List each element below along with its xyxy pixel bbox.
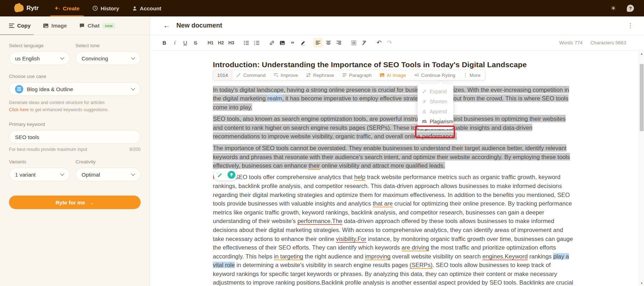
- sidebar: Copy Image Chat new Select language Sele…: [0, 16, 150, 286]
- select-all-button[interactable]: [349, 38, 358, 48]
- clear-format-button[interactable]: [359, 38, 369, 48]
- tone-select[interactable]: Convincing: [75, 51, 141, 65]
- creativity-value: Optimal: [82, 172, 132, 178]
- nav-label: Account: [140, 5, 161, 11]
- menu-item-shorten[interactable]: Shorten: [418, 97, 453, 107]
- use-case-hint: Generate ideas and content structure for…: [9, 99, 141, 106]
- italic-button[interactable]: i: [170, 38, 180, 48]
- document-editor[interactable]: Introduction: Understanding the Importan…: [150, 51, 644, 286]
- new-badge: new: [102, 23, 115, 29]
- page-title: New document: [176, 22, 222, 29]
- chevron-down-icon: [131, 86, 135, 90]
- variants-select[interactable]: 1 variant: [9, 168, 70, 181]
- align-right-button[interactable]: [334, 38, 343, 48]
- creativity-select[interactable]: Optimal: [75, 168, 141, 181]
- menu-item-expand[interactable]: Expand: [418, 87, 453, 97]
- click-here-link[interactable]: Click here: [9, 107, 29, 112]
- menu-label: Shorten: [430, 99, 447, 104]
- nav-label: Create: [63, 5, 79, 11]
- word-count: Words 774 Characters 5663: [559, 40, 635, 45]
- rephrase-button[interactable]: Rephrase: [302, 70, 338, 80]
- command-button[interactable]: Command: [232, 70, 269, 80]
- ctx-label: Rephrase: [313, 73, 334, 78]
- document-paragraph[interactable]: The importance of SEO tools cannot be ov…: [213, 144, 574, 170]
- strikethrough-button[interactable]: S: [191, 38, 200, 48]
- tab-label: Copy: [17, 23, 31, 29]
- bold-button[interactable]: B: [160, 38, 169, 48]
- undo-button[interactable]: ↶: [374, 38, 384, 48]
- tab-image[interactable]: Image: [43, 16, 67, 35]
- paragraph-text: in determining a website's visibility in…: [235, 262, 409, 268]
- menu-label: Plagiarism: [430, 119, 453, 124]
- document-paragraph[interactable]: SEO tools, also known as search engine o…: [213, 114, 574, 141]
- brand[interactable]: Rytr: [0, 0, 48, 16]
- tab-chat[interactable]: Chat new: [79, 16, 115, 35]
- h1-button[interactable]: H1: [206, 38, 215, 48]
- ctx-label: AI Image: [387, 73, 406, 78]
- primary-keyword-input[interactable]: [15, 134, 135, 140]
- tab-label: Image: [52, 23, 67, 29]
- nav-item-account[interactable]: Account: [126, 0, 168, 16]
- align-center-button[interactable]: [323, 38, 333, 48]
- ordered-list-button[interactable]: 123: [252, 38, 262, 48]
- blockquote-button[interactable]: ”: [288, 38, 297, 48]
- bullet-list-button[interactable]: [241, 38, 251, 48]
- theme-toggle-icon[interactable]: ☀: [611, 5, 616, 12]
- h2-button[interactable]: H2: [216, 38, 226, 48]
- chevron-down-icon: [131, 172, 135, 176]
- improve-button[interactable]: Improve: [269, 70, 302, 80]
- highlight-pen-button[interactable]: [298, 38, 308, 48]
- document-paragraph[interactable]: In today's digital landscape, having a s…: [213, 85, 574, 112]
- kebab-menu-icon[interactable]: ⋮: [627, 22, 633, 29]
- back-button[interactable]: ←: [163, 21, 170, 30]
- nav-item-history[interactable]: History: [86, 0, 126, 16]
- vertical-scrollbar[interactable]: ▲ ▼: [639, 51, 644, 286]
- scrollbar-thumb[interactable]: [640, 64, 644, 131]
- tone-label: Select tone: [75, 43, 141, 48]
- context-toolbar: 1014 Command Improve Rephrase: [213, 70, 485, 80]
- scroll-down-arrow[interactable]: ▼: [639, 280, 644, 286]
- ai-image-button[interactable]: AI Image: [376, 70, 410, 80]
- align-left-button[interactable]: [313, 38, 323, 48]
- idea-bulb-button[interactable]: [225, 169, 237, 181]
- h3-button[interactable]: H3: [226, 38, 236, 48]
- more-button[interactable]: ⋮ More: [459, 72, 485, 78]
- tab-copy[interactable]: Copy: [9, 16, 31, 35]
- paragraph-text: rankings: [528, 253, 553, 260]
- document-paragraph[interactable]: Further, SEO tools offer comprehensive a…: [213, 173, 574, 286]
- scroll-up-arrow[interactable]: ▲: [639, 51, 644, 56]
- rytr-logo-icon: [14, 4, 24, 12]
- tone-value: Convincing: [82, 55, 132, 61]
- words-label: Words: [559, 40, 573, 45]
- use-case-select[interactable]: Blog Idea & Outline: [9, 82, 141, 96]
- chevron-down-icon: [60, 55, 64, 59]
- magic-pencil-button[interactable]: [214, 169, 225, 181]
- ctx-label: More: [469, 73, 480, 78]
- menu-item-plagiarism[interactable]: Plagiarism: [418, 117, 453, 127]
- nav-label: History: [101, 5, 119, 11]
- chevron-down-icon: [60, 172, 64, 176]
- document-header: ← New document ⋮: [150, 16, 644, 35]
- marked-text: that are: [373, 200, 393, 207]
- marked-text: visibility.For: [336, 236, 366, 243]
- paragraph-button[interactable]: Paragraph: [338, 70, 376, 80]
- primary-keyword-field[interactable]: [9, 130, 141, 144]
- tab-label: Chat: [88, 23, 99, 29]
- continue-ryting-button[interactable]: Continue Ryting: [410, 70, 459, 80]
- document-title[interactable]: Introduction: Understanding the Importan…: [213, 60, 578, 69]
- selection-count: 1014: [213, 70, 232, 80]
- help-icon[interactable]: ?: [627, 5, 634, 12]
- ryte-for-me-button[interactable]: Ryte for me →: [9, 196, 141, 209]
- chevron-down-icon: [131, 55, 135, 59]
- menu-item-append[interactable]: Append: [418, 107, 453, 117]
- nav-item-create[interactable]: ✦˖ Create: [48, 0, 86, 16]
- link-button[interactable]: [267, 38, 277, 48]
- language-select[interactable]: us English: [9, 51, 70, 65]
- redo-button[interactable]: ↷: [385, 38, 394, 48]
- copy-lines-icon: [9, 24, 14, 28]
- marked-text: engines.Keyword: [482, 253, 528, 260]
- insert-image-button[interactable]: [277, 38, 287, 48]
- menu-label: Append: [430, 109, 447, 114]
- underline-button[interactable]: U: [180, 38, 190, 48]
- ctx-label: Continue Ryting: [421, 73, 455, 78]
